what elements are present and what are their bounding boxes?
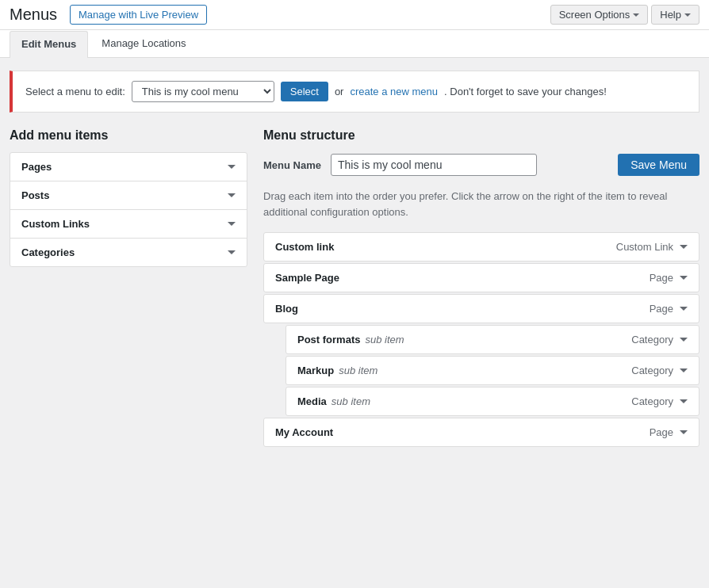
accordion-item-pages: Pages xyxy=(10,152,247,181)
menu-dropdown[interactable]: This is my cool menu xyxy=(132,81,274,102)
accordion: Pages Posts Custom Links xyxy=(10,152,247,267)
top-bar-right: Screen Options Help xyxy=(550,5,699,25)
tab-edit-menus[interactable]: Edit Menus xyxy=(10,31,88,58)
chevron-down-icon[interactable] xyxy=(680,307,688,311)
chevron-down-icon[interactable] xyxy=(680,430,688,434)
menu-item-custom-link[interactable]: Custom link Custom Link xyxy=(263,232,699,262)
menu-structure-panel: Menu structure Menu Name Save Menu Drag … xyxy=(263,128,699,447)
page-title: Menus xyxy=(10,6,57,24)
accordion-header-posts[interactable]: Posts xyxy=(10,181,247,209)
chevron-down-icon xyxy=(228,193,236,197)
chevron-down-icon xyxy=(228,222,236,226)
chevron-down-icon xyxy=(684,13,691,17)
chevron-down-icon[interactable] xyxy=(680,245,688,249)
chevron-down-icon xyxy=(228,165,236,169)
menu-item-blog[interactable]: Blog Page xyxy=(263,294,699,323)
select-menu-label: Select a menu to edit: xyxy=(25,86,125,97)
menu-name-row: Menu Name Save Menu xyxy=(263,154,699,176)
menu-item-media[interactable]: Media sub item Category xyxy=(286,387,699,416)
chevron-down-icon[interactable] xyxy=(680,399,688,403)
menu-item-post-formats[interactable]: Post formats sub item Category xyxy=(286,325,699,354)
tab-manage-locations[interactable]: Manage Locations xyxy=(90,30,197,57)
add-menu-items-title: Add menu items xyxy=(10,128,247,143)
top-bar-left: Menus Manage with Live Preview xyxy=(10,5,207,25)
accordion-header-categories[interactable]: Categories xyxy=(10,239,247,266)
drag-hint: Drag each item into the order you prefer… xyxy=(263,189,699,220)
dont-forget-text: . Don't forget to save your changes! xyxy=(444,86,607,97)
create-new-menu-link[interactable]: create a new menu xyxy=(350,86,438,97)
or-text: or xyxy=(335,86,344,97)
accordion-item-custom-links: Custom Links xyxy=(10,209,247,239)
content-area: Select a menu to edit: This is my cool m… xyxy=(0,58,709,460)
accordion-item-posts: Posts xyxy=(10,181,247,210)
select-menu-bar: Select a menu to edit: This is my cool m… xyxy=(10,71,699,113)
accordion-header-pages[interactable]: Pages xyxy=(10,153,247,181)
select-button[interactable]: Select xyxy=(281,82,328,101)
accordion-header-custom-links[interactable]: Custom Links xyxy=(10,210,247,238)
chevron-down-icon xyxy=(633,13,639,17)
tabs-bar: Edit Menus Manage Locations xyxy=(0,30,709,58)
chevron-down-icon xyxy=(228,250,236,254)
menu-structure-title: Menu structure xyxy=(263,128,699,143)
help-button[interactable]: Help xyxy=(651,5,699,25)
save-menu-button[interactable]: Save Menu xyxy=(618,154,699,176)
menu-item-sample-page[interactable]: Sample Page Page xyxy=(263,263,699,292)
screen-options-button[interactable]: Screen Options xyxy=(550,5,649,25)
chevron-down-icon[interactable] xyxy=(680,368,688,372)
menu-items-list: Custom link Custom Link Sample Page Page xyxy=(263,232,699,447)
menu-item-my-account[interactable]: My Account Page xyxy=(263,418,699,447)
top-bar: Menus Manage with Live Preview Screen Op… xyxy=(0,0,709,30)
menu-item-markup[interactable]: Markup sub item Category xyxy=(286,356,699,385)
menu-name-input[interactable] xyxy=(331,154,537,176)
main-content: Add menu items Pages Posts C xyxy=(10,128,699,447)
add-menu-items-panel: Add menu items Pages Posts C xyxy=(10,128,247,267)
accordion-item-categories: Categories xyxy=(10,238,247,267)
chevron-down-icon[interactable] xyxy=(680,276,688,280)
menu-name-label: Menu Name xyxy=(263,159,321,171)
live-preview-button[interactable]: Manage with Live Preview xyxy=(70,5,207,25)
chevron-down-icon[interactable] xyxy=(680,338,688,342)
